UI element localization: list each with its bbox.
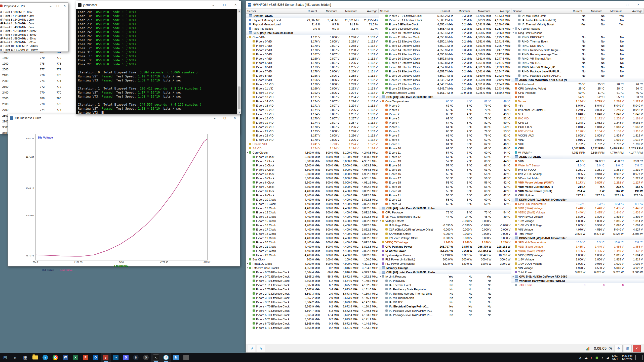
sensor-row[interactable]: VDD (SWA) Voltage1.455 V1.440 V1.455 V1.… xyxy=(511,244,644,249)
freq-row[interactable]: 2700774774 xyxy=(0,107,76,113)
column-header[interactable]: Minimum xyxy=(583,10,603,13)
sensor-row[interactable]: ▾Ring/LLC Clock4,900.0 MHz800.0 MHz4,900… xyxy=(246,261,379,266)
vf-point-item[interactable]: VF Point 1 : 800MHz : 0mv xyxy=(0,10,68,14)
sensor-row[interactable]: E-core 1457 °C7 °C61 °C44 °C xyxy=(379,163,511,167)
sensor-row[interactable]: P-core 3 T1 Effective Clock5,564.2 MHz0.… xyxy=(246,300,379,304)
sensor-row[interactable]: IA: PROCHOTNoNoNo xyxy=(379,279,511,283)
sensor-row[interactable]: P-core 3 VID1.167 V0.807 V1.288 V1.132 V xyxy=(246,52,379,56)
sensor-row[interactable]: VCCIN_AUX1.808 V1.808 V1.824 V1.812 V xyxy=(511,133,644,138)
sensor-row[interactable]: CLR (CBo/LLC/Ring) Voltage Offset0.000 V… xyxy=(379,227,511,232)
vf-point-item[interactable]: VF Point 5 : 4300MHz : 0mv xyxy=(0,25,68,29)
sensor-row[interactable]: VIN Voltage4.970 V4.550 V5.040 V4.927 V xyxy=(511,227,644,232)
sensor-row[interactable]: VHIF1.792 V1.792 V1.792 V1.792 V xyxy=(511,142,644,146)
sensor-row[interactable]: P-core 7 Clock5,600.0 MHz800.0 MHz6,000.… xyxy=(246,185,379,189)
sensor-row[interactable]: RING: Running Average Ther...NoNoNo xyxy=(511,52,644,56)
sensor-row[interactable]: E-core 13 Clock4,400.0 MHz800.0 MHz4,400… xyxy=(246,210,379,214)
freq-row[interactable]: 2100776776 xyxy=(0,72,76,78)
sensor-row[interactable]: E-core 8 Clock4,400.0 MHz800.0 MHz4,400.… xyxy=(246,189,379,193)
sensor-row[interactable]: VTT1.040 V1.040 V1.040 V1.040 V xyxy=(511,112,644,116)
close-button[interactable]: ✕ xyxy=(230,1,241,9)
sensor-row[interactable]: RING: VR Thermal AlertNoNoNo xyxy=(511,56,644,61)
sensor-row[interactable]: E-core 16 VID1.174 V0.807 V1.296 V1.132 … xyxy=(246,108,379,112)
sensor-row[interactable]: RING: Thermal EventNoNoNo xyxy=(511,39,644,43)
sensor-row[interactable]: VCore Latch Max1.338 V1.306 V1.338 V1.32… xyxy=(511,176,644,180)
sensor-group-header[interactable]: DDR5 DIMM [#1] (BANK 0/Controller 0-DIMM… xyxy=(511,197,644,202)
vf-point-item[interactable]: VF Point 6 : 5100MHz : -30mv xyxy=(0,29,68,33)
sensor-row[interactable]: E-core 1557 °C5 °C61 °C42 °C xyxy=(379,167,511,172)
sensor-row[interactable]: P-core 1 Clock5,600.0 MHz800.0 MHz6,000.… xyxy=(246,159,379,163)
column-header[interactable]: Minimum xyxy=(451,10,471,13)
sensor-row[interactable]: E-core 2055 °C8 °C60 °C42 °C xyxy=(379,189,511,193)
sensor-row[interactable]: E-core 10 Effective Clock4,353.4 MHz0.2 … xyxy=(379,31,511,35)
sensor-row[interactable]: E-core 12 Clock4,400.0 MHz800.0 MHz4,400… xyxy=(246,206,379,210)
sensor-row[interactable]: PCH54 °C52 °C55 °C53 °C xyxy=(511,95,644,99)
sensor-row[interactable]: P-core 6 T1 Effective Clock5,565.9 MHz0.… xyxy=(246,326,379,330)
sensor-row[interactable]: L2E-core Voltage Offset0.000 V0.000 V0.0… xyxy=(379,236,511,240)
sensor-row[interactable]: E-core 17 Clock4,400.0 MHz800.0 MHz4,400… xyxy=(246,227,379,232)
sensor-row[interactable]: CPU (Weighted Value)25 °C25 °C28 °C26 °C xyxy=(511,86,644,90)
maximize-button[interactable]: ▢ xyxy=(219,1,230,9)
minimize-button[interactable]: – xyxy=(208,1,219,9)
sensor-row[interactable]: E-core 15 Clock4,400.0 MHz800.0 MHz4,400… xyxy=(246,219,379,223)
hwinfo-title-bar[interactable]: HW HWiNFO64 v7.65-5266 Sensor Status [45… xyxy=(246,1,644,9)
hwinfo-button[interactable] xyxy=(161,353,171,362)
sensor-row[interactable]: VIN91.016 V0.960 V1.016 V1.016 V xyxy=(511,138,644,142)
sensor-row[interactable]: E-core 10 Clock4,400.0 MHz800.0 MHz4,400… xyxy=(246,197,379,202)
column-header[interactable]: Current xyxy=(563,10,583,13)
sensor-row[interactable]: IA: Residency State RegulationNoNoNo xyxy=(379,287,511,291)
sensor-row[interactable]: P-core 7 T1 Effective Clock5,568.2 MHz0.… xyxy=(379,18,511,22)
scrollbar-thumb[interactable] xyxy=(238,86,240,109)
sensor-row[interactable]: SA VID1.124 V1.124 V1.124 V1.124 V xyxy=(246,146,379,150)
layout-button[interactable]: ⇆ xyxy=(257,345,265,352)
sensor-row[interactable]: P-core 0 T1 Effective Clock5,565.2 MHz58… xyxy=(246,274,379,279)
sensor-row[interactable]: E-core 9 Effective Clock4,353.4 MHz0.2 M… xyxy=(379,26,511,31)
sensor-row[interactable]: VRM Vcore Voltage (VOUT)1.173 V0.805 V1.… xyxy=(511,180,644,185)
sensor-row[interactable]: ▾Core VIDs1.171 V0.806 V1.296 V1.132 V xyxy=(246,35,379,39)
sensor-row[interactable]: Motherboard25 °C25 °C28 °C26 °C xyxy=(511,82,644,86)
sensor-row[interactable]: P-core 769 °C5 °C79 °C52 °C xyxy=(379,133,511,138)
sensor-row[interactable]: E-core 13 Effective Clock4,350.1 MHz0.2 … xyxy=(379,43,511,48)
sensor-row[interactable]: E-core 22 Clock4,400.0 MHz800.0 MHz4,400… xyxy=(246,249,379,253)
sensor-row[interactable]: E-core 961 °C6 °C62 °C46 °C xyxy=(379,142,511,146)
sensor-row[interactable]: Total Power3.875 W0.875 W5.625 W3.880 W xyxy=(511,270,644,274)
taskbar-clock[interactable]: 9:21 PM 1/8/2024 xyxy=(622,354,632,361)
freq-row[interactable]: 2600770770 xyxy=(0,101,76,107)
sensor-row[interactable]: E-core 22 Effective Clock4,348.7 MHz0.2 … xyxy=(379,82,511,86)
sensor-row[interactable]: IA: Electrical Design Point/O...NoNoNo xyxy=(379,304,511,308)
sensor-group-header[interactable]: CPU [#0]: Intel Core i9-14900K xyxy=(246,31,379,35)
sensor-row[interactable]: IA: Thermal EventNoNoNo xyxy=(379,283,511,287)
sensor-row[interactable]: IVR VCCIO Analog0.985 V0.948 V0.992 V0.9… xyxy=(511,172,644,176)
sensor-row[interactable]: CPU Package73 °C9 °C73 °C54 °C xyxy=(379,210,511,214)
column-header[interactable]: Maximum xyxy=(471,10,491,13)
column-header[interactable]: Sensor xyxy=(379,10,431,13)
sensor-row[interactable]: VR VCC Temperature (SVID)44 °C34 °C45 °C… xyxy=(379,214,511,219)
sensor-row[interactable]: E-core 20 Clock4,400.0 MHz800.0 MHz4,400… xyxy=(246,240,379,244)
sensor-row[interactable]: Uncore VID1.241 V0.773 V1.274 V1.172 V xyxy=(246,142,379,146)
sensor-row[interactable]: VPP (SWC) Voltage1.800 V1.800 V1.815 V1.… xyxy=(511,214,644,219)
close-button[interactable]: ✕ xyxy=(633,1,644,8)
sensor-row[interactable]: IVR VCCSA1.120 V1.104 V1.136 V1.116 V xyxy=(511,129,644,133)
sensor-row[interactable]: E-core 21 VID1.173 V0.808 V1.296 V1.132 … xyxy=(246,129,379,133)
sensor-row[interactable]: RING: PROCHOTNoNoNo xyxy=(511,35,644,39)
sensor-row[interactable]: IA: Running Average Thermal LimitNoNoNo xyxy=(379,291,511,296)
vf-point-item[interactable]: VF Point 9 : 6000MHz : -82mv xyxy=(0,40,68,44)
sensor-row[interactable]: RING: Max VR Voltage, IC...NoNoNo xyxy=(511,65,644,69)
sensor-row[interactable]: CPU L21.248 V1.032 V1.248 V0.966 V xyxy=(511,120,644,125)
vf-point-item[interactable]: VF Point 8 : 5800MHz : -80mv xyxy=(0,37,68,40)
discord-button[interactable]: D xyxy=(121,353,131,362)
sensor-row[interactable]: P-core 6 T0 Effective Clock5,565.0 MHz0.… xyxy=(246,321,379,326)
sensor-row[interactable]: IA Voltage Offset-0.090 V-0.090 V-0.090 … xyxy=(379,223,511,227)
column-header[interactable]: Current xyxy=(431,10,451,13)
sensor-row[interactable]: P-core 5 VID1.170 V0.807 V1.295 V1.132 V xyxy=(246,61,379,65)
sensor-row[interactable]: VRM Vcore Power (POUT)254 W0 W267 W190 W xyxy=(511,189,644,193)
sensor-row[interactable]: P-core 3 T0 Effective Clock5,567.2 MHz2.… xyxy=(246,296,379,300)
sensor-row[interactable]: Total Power3.875 W0.875 W5.625 W3.895 W xyxy=(511,232,644,236)
task-view-button[interactable]: ▦ xyxy=(20,353,30,362)
sensor-row[interactable]: System Agent Power12.218 W6.381 W12.421 … xyxy=(379,253,511,257)
sensor-group-header[interactable]: ASUS ROG MAXIMUS Z790 APEX (Nuvoton NCT6… xyxy=(511,78,644,82)
sensor-row[interactable]: E-core 861 °C6 °C62 °C46 °C xyxy=(379,138,511,142)
sensor-row[interactable]: ▾Effective Core Clocks4,959.0 MHz0.2 MHz… xyxy=(246,266,379,270)
vf-point-item[interactable]: VF Point 7 : 5600MHz : -80mv xyxy=(0,33,68,37)
sensor-row[interactable]: E-core 12 Effective Clock4,350.1 MHz0.2 … xyxy=(379,39,511,43)
sensor-row[interactable]: E-core 17 Effective Clock4,352.8 MHz0.2 … xyxy=(379,61,511,65)
